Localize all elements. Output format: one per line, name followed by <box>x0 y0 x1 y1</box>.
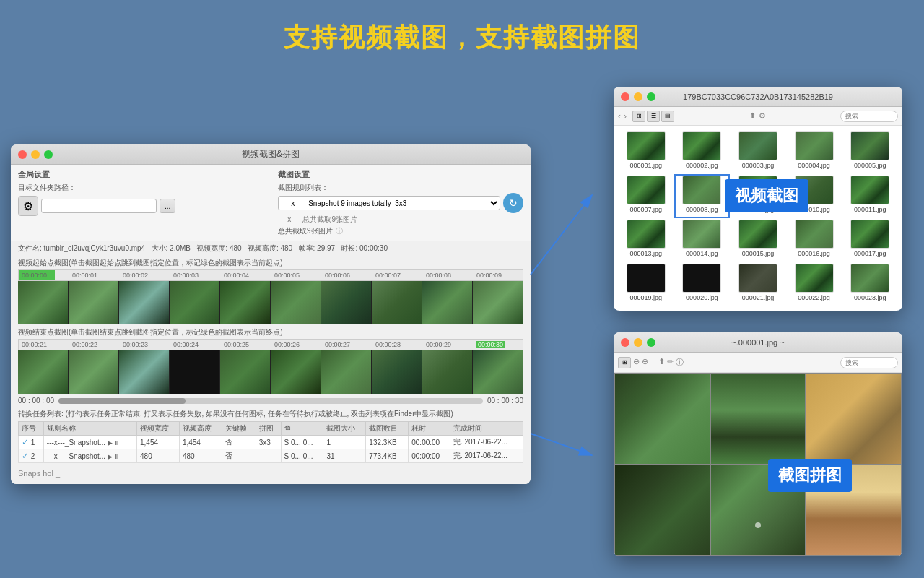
preview-search-input[interactable] <box>840 357 898 368</box>
end-timeline-ruler[interactable]: 00:00:21 00:00:22 00:00:23 00:00:24 00:0… <box>18 339 523 350</box>
finder-back-button[interactable]: ‹ <box>618 111 621 121</box>
preview-minimize-button[interactable] <box>634 338 642 347</box>
frame-9 <box>473 281 523 324</box>
list-item[interactable]: 000017.jpg <box>843 220 897 261</box>
target-folder-input[interactable] <box>41 199 157 213</box>
end-frame-6 <box>372 350 422 394</box>
finder-filename: 000007.jpg <box>630 206 663 213</box>
finder-thumb <box>738 131 777 160</box>
finder-icon-view-button[interactable]: ⊞ <box>632 111 645 122</box>
preview-close-button[interactable] <box>621 338 629 347</box>
finder-thumb <box>682 176 721 204</box>
thumb-img <box>851 176 889 204</box>
end-tick-5: 00:00:26 <box>274 341 300 348</box>
list-item[interactable]: 000001.jpg <box>619 131 673 173</box>
list-item[interactable]: 000015.jpg <box>731 220 785 261</box>
cell-vw-2: 480 <box>137 449 180 463</box>
refresh-button[interactable]: ↻ <box>503 193 523 213</box>
list-item[interactable]: 000002.jpg <box>676 131 729 173</box>
finder-titlebar: 179BC7033CC96C732A0B173145282B19 <box>614 87 902 107</box>
target-folder-row: 目标文件夹路径： <box>18 183 263 196</box>
finder-maximize-button[interactable] <box>647 92 655 101</box>
finder-column-view-button[interactable]: ▤ <box>661 111 674 122</box>
list-item[interactable]: 000011.jpg <box>843 176 897 217</box>
end-frame-1 <box>69 350 119 394</box>
finder-close-button[interactable] <box>621 92 629 101</box>
thumb-img <box>851 264 889 292</box>
list-item[interactable]: 000019.jpg <box>619 264 673 305</box>
frame-5 <box>271 281 321 324</box>
screenshot-settings-label: 截图设置 <box>278 169 523 180</box>
list-item[interactable]: 000013.jpg <box>619 220 673 261</box>
thumb-img <box>739 264 777 292</box>
finder-minimize-button[interactable] <box>634 92 642 101</box>
rule-select[interactable]: ----x----_Snapshot 9 images totally_3x3 <box>278 196 500 210</box>
preview-content <box>614 373 902 556</box>
end-timeline-section: 视频结束点截图(单击截图结束点跳到截图指定位置，标记绿色的截图表示当前终点) 0… <box>11 326 531 395</box>
finder-filename: 000019.jpg <box>630 294 663 301</box>
cell-f-1: S 0... 0... <box>281 436 323 449</box>
video-width-info: 视频宽度: 480 <box>196 244 241 252</box>
finder-thumb <box>850 264 889 293</box>
preview-view-btn-1[interactable]: ⊞ <box>618 357 631 368</box>
finder-list-view-button[interactable]: ☰ <box>647 111 660 122</box>
preview-traffic-lights <box>621 338 655 347</box>
finder-filename: 000008.jpg <box>686 206 718 213</box>
finder-gear-button[interactable]: ⚙ <box>759 111 766 121</box>
finder-share-button[interactable]: ⬆ <box>749 111 756 121</box>
finder-thumb <box>795 264 834 293</box>
file-info-bar: 文件名: tumblr_oi2uvqjCyk1r3uvu0.mp4 大小: 2.… <box>11 241 531 256</box>
list-item[interactable]: 000020.jpg <box>676 264 729 305</box>
list-item[interactable]: 000023.jpg <box>843 264 897 305</box>
end-timeline-label: 视频结束点截图(单击截图结束点跳到截图指定位置，标记绿色的截图表示当前终点) <box>18 327 523 337</box>
list-item[interactable]: 000003.jpg <box>731 131 785 173</box>
close-button[interactable] <box>18 150 27 159</box>
finder-thumb <box>850 220 889 249</box>
preview-zoom-in-button[interactable]: ⊕ <box>642 357 648 368</box>
list-item[interactable]: 000016.jpg <box>788 220 841 261</box>
preview-zoom-out-button[interactable]: ⊖ <box>633 357 640 368</box>
preview-info-button[interactable]: ⓘ <box>676 357 684 368</box>
finder-filename: 000005.jpg <box>854 162 886 169</box>
list-item[interactable]: 000014.jpg <box>676 220 729 261</box>
th-time: 耗时 <box>409 422 450 436</box>
finder-search-input[interactable] <box>840 111 898 122</box>
tick-8: 00:00:08 <box>426 272 451 279</box>
list-item[interactable]: 000021.jpg <box>731 264 785 305</box>
table-row[interactable]: ✓ 1 ---x---_Snapshot... ▶ II 1,454 1,454… <box>19 436 523 449</box>
frame-1 <box>69 281 119 324</box>
finder-thumb <box>682 220 721 249</box>
list-item[interactable]: 000005.jpg <box>843 131 897 173</box>
preview-share-buttons: ⬆ ✏ ⓘ <box>658 357 684 368</box>
end-frame-3 <box>220 350 271 394</box>
gear-icon[interactable]: ⚙ <box>18 196 38 216</box>
target-folder-label: 目标文件夹路径： <box>18 183 76 193</box>
thumb-img <box>627 132 665 160</box>
thumb-img <box>683 264 720 292</box>
start-timeline-frames[interactable] <box>18 281 523 324</box>
end-timeline-frames[interactable] <box>18 350 523 394</box>
minimize-button[interactable] <box>31 150 40 159</box>
list-item[interactable]: 000004.jpg <box>788 131 841 173</box>
preview-character <box>755 522 761 528</box>
th-fish: 鱼 <box>281 422 323 436</box>
progress-bar[interactable] <box>58 398 483 404</box>
table-row[interactable]: ✓ 2 ---x---_Snapshot... ▶ II 480 480 否 S… <box>19 449 523 463</box>
preview-share-button[interactable]: ⬆ <box>658 357 665 368</box>
preview-edit-button[interactable]: ✏ <box>667 357 674 368</box>
finder-thumb <box>795 131 834 160</box>
cell-time-2: 00:00:00 <box>409 449 450 463</box>
start-timeline-ruler[interactable]: 00:00:00 00:00:01 00:00:02 00:00:03 00:0… <box>18 269 523 281</box>
th-i-fra: 截图大小 <box>323 422 366 436</box>
thumb-img <box>796 220 833 248</box>
maximize-button[interactable] <box>44 150 53 159</box>
folder-browse-button[interactable]: ... <box>160 199 175 213</box>
finder-toolbar: ‹ › ⊞ ☰ ▤ ⬆ ⚙ <box>614 107 902 126</box>
list-item[interactable]: 000008.jpg <box>676 176 729 217</box>
end-frame-7 <box>422 350 473 394</box>
preview-maximize-button[interactable] <box>647 338 655 347</box>
list-item[interactable]: 000007.jpg <box>619 176 673 217</box>
rule-row: ----x----_Snapshot 9 images totally_3x3 … <box>278 193 523 213</box>
list-item[interactable]: 000022.jpg <box>788 264 841 305</box>
finder-forward-button[interactable]: › <box>624 111 627 121</box>
